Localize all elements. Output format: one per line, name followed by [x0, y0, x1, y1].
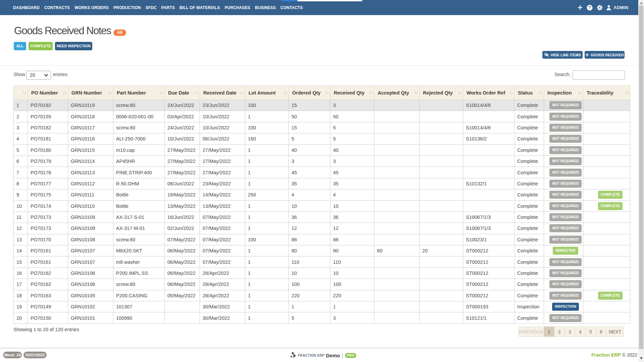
svg-text:?: ? [588, 5, 591, 10]
